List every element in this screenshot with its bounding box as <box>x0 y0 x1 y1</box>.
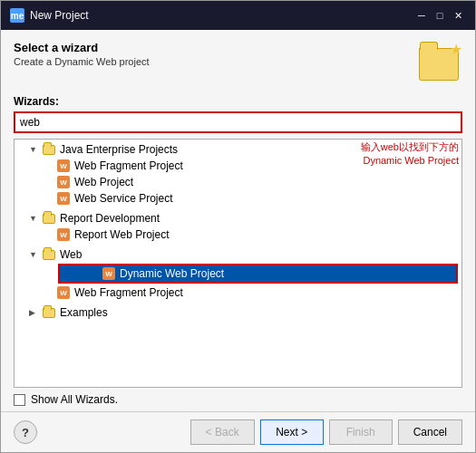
tree-row-examples[interactable]: ▶ Examples <box>15 304 461 321</box>
header-icon-area: ★ <box>419 41 462 84</box>
show-all-label: Show All Wizards. <box>31 393 118 406</box>
search-box-container <box>14 111 462 133</box>
web-folder-label: Web <box>60 248 82 261</box>
maximize-button[interactable]: □ <box>432 7 448 24</box>
header-section: Select a wizard Create a Dynamic Web pro… <box>14 41 462 84</box>
next-button[interactable]: Next > <box>260 419 324 445</box>
title-bar-left: me New Project <box>10 8 89 23</box>
search-input[interactable] <box>15 113 461 131</box>
wizard-subtitle: Create a Dynamic Web project <box>14 56 150 67</box>
close-button[interactable]: ✕ <box>450 7 466 24</box>
dialog-body: Select a wizard Create a Dynamic Web pro… <box>1 30 475 388</box>
web-fragment2-label: Web Fragment Project <box>74 286 183 299</box>
tree-row-java-enterprise[interactable]: ▼ Java Enterprise Projects <box>15 141 461 158</box>
folder-icon-report <box>42 211 56 226</box>
tree-row-web-project[interactable]: W Web Project <box>15 174 461 190</box>
report-web-icon: W <box>56 227 71 242</box>
tree-item-report-dev: ▼ Report Development W Report Web Proj <box>15 208 461 245</box>
tree-row-web-fragment[interactable]: W Web Fragment Project <box>15 158 461 174</box>
report-dev-label: Report Development <box>60 212 160 225</box>
tree-item-java-enterprise: ▼ Java Enterprise Projects W <box>15 140 461 208</box>
examples-label: Examples <box>60 306 108 319</box>
cancel-button[interactable]: Cancel <box>398 419 462 445</box>
web-service-label: Web Service Project <box>74 192 173 205</box>
dynamic-web-label: Dynamic Web Project <box>120 267 224 280</box>
tree-row-web-fragment2[interactable]: W Web Fragment Project <box>15 284 461 301</box>
web-fragment-label: Web Fragment Project <box>74 159 183 172</box>
tree-row-web-folder[interactable]: ▼ Web <box>15 246 461 263</box>
back-button[interactable]: < Back <box>190 419 255 445</box>
tree-item-web: ▼ Web W Dynamic Web Proje <box>15 245 461 303</box>
app-icon: me <box>10 8 24 23</box>
finish-button[interactable]: Finish <box>329 419 393 445</box>
wizards-section: Wizards: 输入web以找到下方的 Dynamic Web Project… <box>14 95 462 388</box>
expand-report-icon: ▼ <box>29 214 42 223</box>
minimize-button[interactable]: ─ <box>413 7 430 24</box>
tree-row-report-web[interactable]: W Report Web Project <box>15 226 461 243</box>
wizard-tree[interactable]: ▼ Java Enterprise Projects W <box>14 139 462 388</box>
action-buttons: < Back Next > Finish Cancel <box>190 419 462 445</box>
folder-icon-web <box>42 247 56 262</box>
java-enterprise-label: Java Enterprise Projects <box>60 143 178 156</box>
web-fragment-icon: W <box>56 159 71 173</box>
expand-icon: ▼ <box>29 145 42 154</box>
wizard-title: Select a wizard <box>14 41 150 54</box>
tree-row-report-dev[interactable]: ▼ Report Development <box>15 210 461 226</box>
wizards-label: Wizards: <box>14 95 462 108</box>
new-project-dialog: me New Project ─ □ ✕ Select a wizard Cre… <box>0 0 476 453</box>
expand-web-icon: ▼ <box>29 250 42 259</box>
web-fragment2-icon: W <box>56 285 71 300</box>
title-bar: me New Project ─ □ ✕ <box>1 1 475 30</box>
web-project-label: Web Project <box>74 176 133 188</box>
tree-row-web-service[interactable]: W Web Service Project <box>15 190 461 207</box>
help-button[interactable]: ? <box>14 420 37 444</box>
tree-row-dynamic-web[interactable]: W Dynamic Web Project <box>58 264 458 284</box>
annotation-container: 输入web以找到下方的 Dynamic Web Project ▼ Java E… <box>14 139 462 388</box>
button-row: ? < Back Next > Finish Cancel <box>1 412 475 452</box>
show-all-checkbox[interactable] <box>14 394 25 406</box>
window-controls: ─ □ ✕ <box>413 7 466 24</box>
dynamic-web-icon: W <box>102 266 116 281</box>
dialog-title: New Project <box>30 9 89 22</box>
header-text: Select a wizard Create a Dynamic Web pro… <box>14 41 150 67</box>
expand-examples-icon: ▶ <box>29 308 42 317</box>
web-project-icon: W <box>56 175 71 189</box>
star-icon: ★ <box>450 41 462 58</box>
report-web-label: Report Web Project <box>74 228 170 241</box>
web-service-icon: W <box>56 191 71 206</box>
show-all-row: Show All Wizards. <box>1 388 475 411</box>
folder-icon-java <box>42 142 56 157</box>
folder-icon-examples <box>42 305 56 320</box>
tree-item-examples: ▶ Examples <box>15 303 461 323</box>
